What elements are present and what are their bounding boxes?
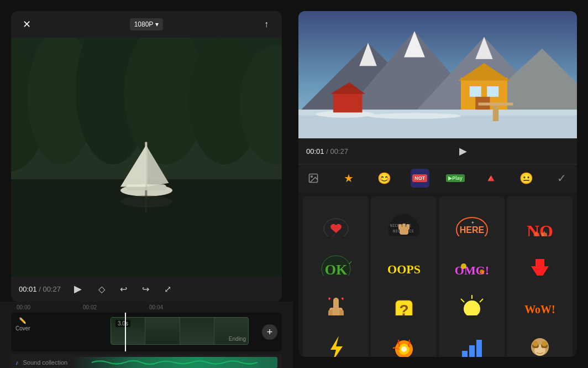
clip-duration: 3.0s [116, 320, 130, 327]
svg-point-70 [464, 300, 480, 317]
sticker-time-display: 00:01 / 00:27 [306, 147, 348, 156]
timeline-ruler: 00:00 00:02 00:04 [11, 302, 282, 313]
export-button[interactable]: ↑ [259, 17, 274, 32]
svg-rect-46 [398, 224, 402, 230]
track-label: ✏️ Cover [15, 317, 30, 331]
ending-label: Ending [229, 336, 246, 342]
svg-point-59 [480, 269, 484, 274]
close-button[interactable]: ✕ [19, 17, 34, 32]
svg-line-68 [480, 299, 483, 302]
edit-icon: ✏️ [19, 317, 27, 324]
diamond-button[interactable]: ◇ [95, 282, 108, 296]
timeline-cursor[interactable] [125, 313, 126, 351]
cone-toolbar-btn[interactable]: 🔺 [481, 169, 500, 188]
current-time: 00:01 [19, 285, 37, 293]
sticker-current-time: 00:01 [306, 147, 324, 156]
svg-text:HERE: HERE [459, 225, 484, 235]
sticker-play-button[interactable]: ▶ [455, 143, 471, 159]
ruler-mark-0: 00:00 [17, 304, 30, 310]
editor-topbar: ✕ 1080P ▾ ↑ [11, 11, 282, 38]
svg-rect-35 [479, 102, 513, 105]
waveform [72, 357, 277, 368]
sound-collection-label: Sound collection [23, 359, 68, 366]
svg-line-69 [461, 299, 464, 302]
video-clip[interactable]: 3.0s Ending [111, 317, 249, 345]
sticker-editor: 00:01 / 00:27 ▶ ★ 😊 NOT ▶Play [298, 11, 577, 357]
svg-rect-81 [476, 340, 482, 357]
svg-rect-32 [487, 86, 498, 97]
sound-collection-bar[interactable]: ♪ Sound collection [11, 355, 282, 368]
star-toolbar-btn[interactable]: ★ [339, 169, 358, 188]
svg-marker-75 [330, 336, 343, 357]
svg-rect-31 [470, 86, 481, 97]
ruler-mark-2: 00:04 [149, 304, 163, 310]
svg-text:OOPS: OOPS [387, 262, 421, 276]
play-badge-toolbar-btn[interactable]: ▶Play [446, 169, 465, 188]
svg-point-87 [533, 341, 538, 346]
sticker-monkey[interactable] [507, 315, 573, 357]
face2-toolbar-btn[interactable]: 😐 [517, 169, 536, 188]
resolution-badge[interactable]: 1080P ▾ [130, 18, 164, 30]
sticker-explosion[interactable] [371, 315, 437, 357]
svg-text:WoW!: WoW! [524, 303, 555, 315]
svg-rect-47 [402, 224, 406, 230]
svg-rect-79 [462, 351, 468, 357]
sticker-chart[interactable] [439, 315, 505, 357]
fullscreen-button[interactable]: ⤢ [161, 282, 175, 296]
svg-point-88 [542, 341, 547, 346]
svg-point-39 [311, 176, 313, 178]
video-preview [11, 38, 282, 276]
add-track-button[interactable]: + [262, 324, 277, 340]
right-panel: 00:01 / 00:27 ▶ ★ 😊 NOT ▶Play [293, 0, 588, 368]
check-button[interactable]: ✓ [553, 169, 571, 188]
sticker-total-time: / 00:27 [326, 147, 348, 156]
playback-controls: 00:01 / 00:27 ▶ ◇ ↩ ↪ ⤢ [11, 276, 282, 302]
sticker-toolbar: ★ 😊 NOT ▶Play 🔺 😐 ✓ [298, 164, 577, 192]
svg-rect-36 [333, 92, 363, 113]
svg-rect-34 [493, 104, 499, 122]
redo-button[interactable]: ↪ [139, 282, 153, 296]
chevron-down-icon: ▾ [155, 20, 159, 28]
total-time: / 00:27 [39, 285, 61, 293]
svg-text:✓: ✓ [348, 260, 353, 266]
music-note-icon: ♪ [15, 359, 19, 366]
svg-point-58 [461, 263, 466, 269]
svg-rect-16 [145, 190, 147, 212]
svg-text:✦: ✦ [471, 220, 475, 225]
svg-point-28 [368, 113, 461, 119]
svg-point-78 [401, 346, 407, 352]
undo-button[interactable]: ↩ [117, 282, 130, 296]
sticker-playback: 00:01 / 00:27 ▶ [298, 138, 577, 164]
mountain-scene [298, 11, 577, 138]
svg-rect-48 [406, 224, 410, 230]
play-button[interactable]: ▶ [70, 281, 86, 297]
not-badge-toolbar-btn[interactable]: NOT [411, 169, 429, 188]
video-scene [11, 38, 282, 276]
sticker-bolt[interactable] [303, 315, 369, 357]
time-display: 00:01 / 00:27 [19, 285, 61, 293]
track-name: Cover [15, 325, 30, 331]
ruler-mark-1: 00:02 [83, 304, 97, 310]
left-panel: ✕ 1080P ▾ ↑ [0, 0, 293, 368]
timeline-area: 00:00 00:02 00:04 ✏️ Cover 3.0s [0, 302, 293, 368]
sticker-grid: NICE NICE NICE NICE HERE ✦ NO [298, 192, 577, 357]
svg-rect-80 [469, 345, 475, 357]
image-toolbar-btn[interactable] [304, 169, 323, 188]
face-toolbar-btn[interactable]: 😊 [375, 169, 394, 188]
sticker-preview [298, 11, 577, 138]
resolution-label: 1080P [134, 20, 154, 28]
video-editor: ✕ 1080P ▾ ↑ [11, 11, 282, 302]
timeline-track: ✏️ Cover 3.0s Ending + [11, 313, 282, 351]
svg-rect-26 [298, 116, 577, 139]
